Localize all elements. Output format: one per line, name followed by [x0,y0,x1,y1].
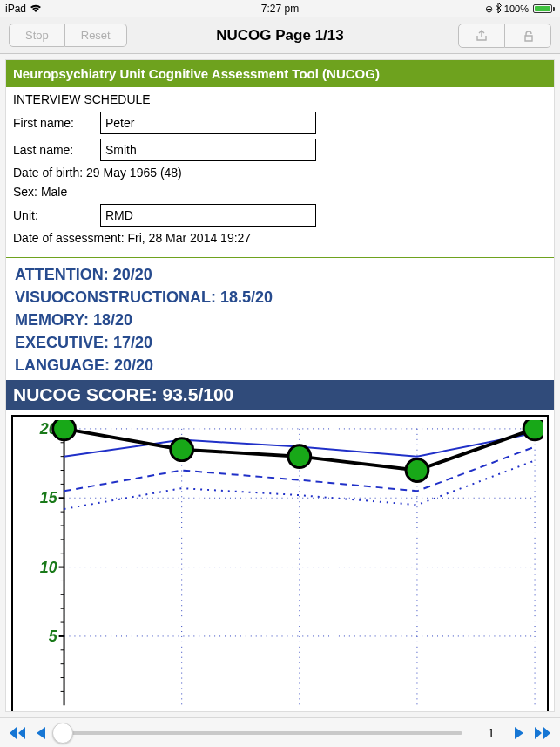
battery-percent: 100% [504,3,529,14]
device-label: iPad [5,3,26,15]
top-toolbar: Stop Reset NUCOG Page 1/13 [0,17,560,54]
orientation-lock-icon: ⊕ [485,3,493,15]
page-number: 1 [478,726,504,740]
status-time: 7:27 pm [261,3,299,15]
reset-button[interactable]: Reset [65,24,127,47]
unit-input[interactable] [100,204,316,227]
page-title: NUCOG Page 1/13 [216,27,343,44]
last-page-button[interactable] [534,726,551,740]
svg-point-34 [53,420,76,440]
score-executive: EXECUTIVE: 17/20 [15,331,545,354]
bottom-nav: 1 [0,717,560,747]
dob-text: Date of birth: 29 May 1965 (48) [13,166,547,180]
battery-icon [531,4,555,13]
svg-text:5: 5 [49,628,58,645]
next-page-button[interactable] [513,726,525,740]
schedule-title: INTERVIEW SCHEDULE [13,92,547,106]
sex-text: Sex: Male [13,185,547,199]
first-page-button[interactable] [9,726,26,740]
wifi-icon [30,4,42,13]
prev-page-button[interactable] [35,726,47,740]
share-button[interactable] [458,24,505,48]
score-memory: MEMORY: 18/20 [15,309,545,331]
assessment-header: Neuropsychiatry Unit Cognitive Assessmen… [6,60,554,87]
scores-panel: ATTENTION: 20/20 VISUOCONSTRUCTIONAL: 18… [6,258,554,380]
score-visuoconstructional: VISUOCONSTRUCTIONAL: 18.5/20 [15,286,545,309]
slider-thumb[interactable] [52,723,73,744]
stop-button[interactable]: Stop [9,24,65,47]
first-name-input[interactable] [100,112,316,134]
svg-point-38 [523,420,543,440]
svg-text:10: 10 [40,559,57,576]
status-bar: iPad 7:27 pm ⊕ 100% [0,0,560,17]
unit-label: Unit: [13,208,100,222]
score-language: LANGUAGE: 20/20 [15,354,545,377]
score-chart: 5101520 [11,415,549,712]
total-score: NUCOG SCORE: 93.5/100 [6,380,554,410]
svg-point-35 [171,438,193,461]
svg-point-37 [406,459,428,482]
content-area: Neuropsychiatry Unit Cognitive Assessmen… [5,59,555,712]
score-attention: ATTENTION: 20/20 [15,263,545,286]
page-slider[interactable] [63,731,462,735]
svg-text:15: 15 [40,490,58,507]
svg-point-36 [288,445,311,468]
first-name-label: First name: [13,116,100,130]
assessment-date-text: Date of assessment: Fri, 28 Mar 2014 19:… [13,231,547,245]
chart-svg: 5101520 [17,420,543,712]
lock-button[interactable] [505,24,551,48]
last-name-label: Last name: [13,143,100,157]
last-name-input[interactable] [100,139,316,161]
interview-schedule: INTERVIEW SCHEDULE First name: Last name… [6,87,554,258]
bluetooth-icon [496,3,502,15]
